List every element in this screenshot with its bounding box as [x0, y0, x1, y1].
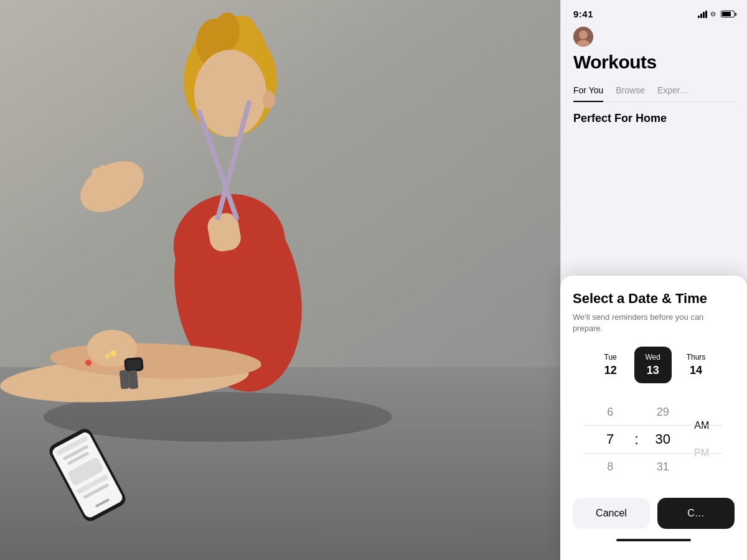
status-bar: 9:41 ⊖: [561, 0, 747, 24]
minute-item-next: 31: [641, 453, 685, 480]
hour-item-next: 8: [588, 453, 632, 480]
svg-rect-24: [120, 370, 130, 389]
minute-item-selected: 30: [641, 426, 685, 453]
date-time-modal: Select a Date & Time We'll send reminder…: [560, 276, 747, 560]
ampm-column[interactable]: AM PM: [685, 412, 719, 467]
svg-point-37: [110, 350, 116, 357]
section-header: Perfect For Home: [561, 102, 747, 131]
app-title: Workouts: [573, 52, 735, 73]
status-time: 9:41: [573, 9, 593, 19]
tab-expert[interactable]: Exper…: [657, 80, 689, 101]
svg-point-21: [85, 360, 92, 366]
svg-rect-25: [128, 370, 139, 390]
svg-point-10: [215, 12, 240, 50]
minute-column[interactable]: 29 30 31: [641, 398, 685, 480]
section-title: Perfect For Home: [573, 112, 735, 125]
modal-title: Select a Date & Time: [573, 291, 735, 307]
cancel-button[interactable]: Cancel: [573, 498, 650, 529]
date-cell-tue[interactable]: Tue 12: [592, 347, 629, 383]
ampm-pm: PM: [685, 439, 719, 467]
date-cell-thu[interactable]: Thurs 14: [677, 347, 716, 383]
date-picker: Tue 12 Wed 13 Thurs 14: [573, 347, 735, 383]
svg-point-18: [98, 165, 107, 174]
svg-point-19: [106, 164, 115, 172]
svg-point-20: [113, 166, 121, 174]
action-buttons: Cancel C…: [573, 498, 735, 529]
tab-browse[interactable]: Browse: [616, 80, 645, 101]
hour-column[interactable]: 6 7 8: [588, 398, 632, 480]
confirm-button[interactable]: C…: [657, 498, 735, 529]
hour-item-selected: 7: [588, 426, 632, 453]
minute-item-prev: 29: [641, 398, 685, 426]
modal-subtitle: We'll send reminders before you can prep…: [573, 312, 735, 334]
time-separator: :: [632, 426, 641, 453]
tab-for-you[interactable]: For You: [573, 80, 603, 101]
svg-point-40: [579, 30, 588, 39]
nav-tabs: For You Browse Exper…: [573, 80, 735, 102]
confirm-label: C…: [687, 508, 705, 518]
avatar[interactable]: [573, 27, 593, 47]
wifi-icon: ⊖: [710, 10, 716, 18]
date-cell-wed[interactable]: Wed 13: [634, 347, 672, 383]
status-icons: ⊖: [698, 10, 735, 18]
battery-icon: [721, 11, 735, 17]
signal-icon: [698, 11, 707, 18]
time-picker: 6 7 8 : 29 30 31: [573, 396, 735, 483]
svg-point-12: [263, 91, 275, 108]
home-indicator: [616, 539, 691, 541]
hour-item-prev: 6: [588, 398, 632, 426]
ampm-am: AM: [685, 412, 719, 439]
svg-rect-23: [126, 359, 141, 370]
app-header: Workouts For You Browse Exper…: [561, 24, 747, 102]
svg-point-38: [105, 353, 110, 358]
